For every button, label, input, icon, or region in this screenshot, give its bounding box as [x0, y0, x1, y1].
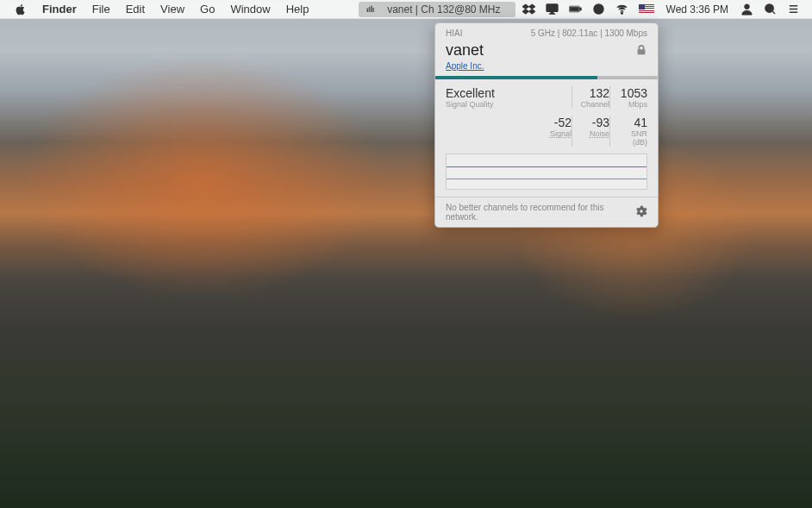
menu-edit[interactable]: Edit — [118, 0, 153, 19]
clock[interactable]: Wed 3:36 PM — [659, 0, 735, 19]
wifi-status-text: vanet | Ch 132@80 MHz — [379, 0, 508, 19]
wifi-icon[interactable] — [610, 3, 634, 16]
menu-help[interactable]: Help — [278, 0, 317, 19]
snr-label: SNR (dB) — [617, 129, 647, 147]
wifi-diagnostics-panel: HIAI 5 GHz | 802.11ac | 1300 Mbps vanet … — [434, 22, 659, 228]
menu-go[interactable]: Go — [192, 0, 222, 19]
mbps-label: Mbps — [617, 100, 647, 109]
noise-value: -93 — [579, 116, 609, 129]
flag-icon[interactable] — [634, 4, 659, 14]
app-name[interactable]: Finder — [34, 0, 84, 19]
svg-rect-0 — [546, 4, 557, 11]
signal-value: -52 — [540, 116, 572, 129]
vendor-link[interactable]: Apple Inc. — [435, 61, 658, 76]
mbps-value: 1053 — [617, 86, 647, 100]
menu-window[interactable]: Window — [222, 0, 278, 19]
connection-info: 5 GHz | 802.11ac | 1300 Mbps — [531, 28, 647, 38]
quality-label: Signal Quality — [446, 100, 572, 109]
battery-icon[interactable] — [564, 3, 587, 16]
noise-label: Noise — [579, 129, 609, 138]
signal-label: Signal — [540, 129, 572, 138]
svg-rect-2 — [579, 8, 581, 10]
airplay-icon[interactable] — [540, 3, 564, 16]
menu-view[interactable]: View — [153, 0, 192, 19]
ssid-short: HIAI — [446, 28, 462, 38]
signal-graph — [446, 154, 647, 190]
user-icon[interactable] — [735, 3, 759, 16]
svg-rect-3 — [570, 7, 578, 11]
quality-value: Excellent — [446, 86, 572, 100]
network-name: vanet — [446, 41, 484, 60]
desktop-wallpaper — [0, 0, 812, 508]
timemachine-icon[interactable] — [587, 3, 610, 16]
menu-file[interactable]: File — [84, 0, 118, 19]
notification-center-icon[interactable] — [782, 3, 805, 16]
dropbox-icon[interactable] — [517, 3, 540, 16]
spotlight-icon[interactable] — [759, 3, 782, 16]
svg-point-6 — [745, 4, 750, 9]
footer-text: No better channels to recommend for this… — [446, 203, 635, 222]
channel-label: Channel — [579, 100, 609, 109]
snr-value: 41 — [617, 116, 647, 129]
wifi-status-menubar[interactable]: vanet | Ch 132@80 MHz — [359, 2, 515, 17]
apple-menu-icon[interactable] — [7, 3, 34, 16]
channel-value: 132 — [579, 86, 609, 100]
svg-point-5 — [621, 12, 622, 14]
svg-point-7 — [765, 4, 773, 12]
menubar: Finder File Edit View Go Window Help van… — [0, 0, 812, 19]
lock-icon — [635, 44, 647, 58]
gear-icon[interactable] — [635, 205, 647, 219]
